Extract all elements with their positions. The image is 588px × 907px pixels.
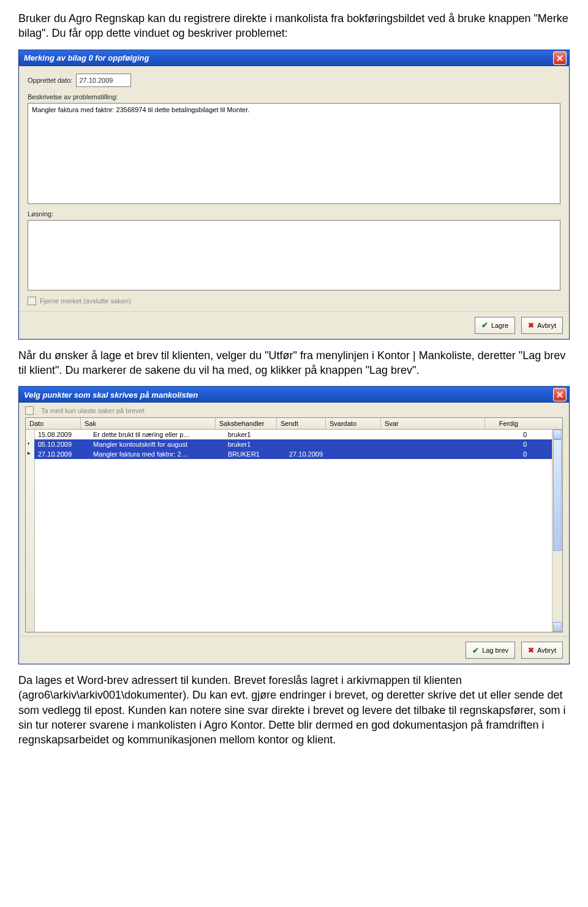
cancel-button[interactable]: ✖ Avbryt xyxy=(521,642,563,659)
grid-header: Dato Sak Saksbehandler Sendt Svardato Sv… xyxy=(26,418,562,430)
cell-svardato xyxy=(334,439,390,449)
unsolved-only-checkbox[interactable] xyxy=(25,406,34,415)
solution-label: Løsning: xyxy=(28,210,560,218)
intro-paragraph-3: Da lages et Word-brev adressert til kund… xyxy=(18,673,570,747)
cell-dato: 27.10.2009 xyxy=(34,449,89,459)
scroll-down-icon[interactable] xyxy=(553,622,562,632)
table-row[interactable]: 05.10.2009Mangler kontoutskrift for augu… xyxy=(34,439,552,449)
window-title: Merking av bilag 0 for oppfølging xyxy=(24,53,149,63)
scroll-up-icon[interactable] xyxy=(553,430,562,439)
description-textarea[interactable]: Mangler faktura med faktnr: 23568974 til… xyxy=(28,103,560,204)
description-label: Beskrivelse av problemstilling: xyxy=(28,93,560,101)
col-svardato[interactable]: Svardato xyxy=(326,418,381,429)
make-letter-label: Lag brev xyxy=(482,647,508,654)
cancel-button[interactable]: ✖ Avbryt xyxy=(521,317,563,334)
x-icon: ✖ xyxy=(528,646,534,655)
scroll-thumb[interactable] xyxy=(553,439,562,551)
grid-indicator-column: • ▸ xyxy=(26,430,35,632)
intro-paragraph-1: Bruker du Agro Regnskap kan du registrer… xyxy=(18,11,570,41)
cell-svardato xyxy=(334,449,390,459)
close-case-checkbox[interactable] xyxy=(28,297,36,305)
cell-saksbehandler: bruker1 xyxy=(224,430,285,439)
cell-svar xyxy=(390,449,494,459)
table-row[interactable]: 15.08.2009Er dette brukt til næring elle… xyxy=(34,430,552,439)
check-icon: ✔ xyxy=(472,646,479,655)
cell-sak: Er dette brukt til næring eller p… xyxy=(89,430,224,439)
cancel-button-label: Avbryt xyxy=(537,647,556,654)
col-saksbehandler[interactable]: Saksbehandler xyxy=(216,418,277,429)
grid-scrollbar[interactable] xyxy=(552,430,562,632)
x-icon: ✖ xyxy=(528,321,534,330)
cell-sendt xyxy=(285,430,334,439)
close-icon xyxy=(557,55,563,61)
case-grid: Dato Sak Saksbehandler Sendt Svardato Sv… xyxy=(25,417,563,632)
cell-ferdig: 0 xyxy=(494,430,530,439)
dialog-velg-punkter: Velg punkter som skal skrives på mankoli… xyxy=(18,386,570,664)
cell-saksbehandler: bruker1 xyxy=(224,439,285,449)
cell-saksbehandler: BRUKER1 xyxy=(224,449,285,459)
solution-textarea[interactable] xyxy=(28,220,560,290)
created-date-field[interactable]: 27.10.2009 xyxy=(76,74,131,87)
close-button[interactable] xyxy=(553,51,567,65)
cell-dato: 05.10.2009 xyxy=(34,439,89,449)
col-ferdig[interactable]: Ferdig xyxy=(485,418,522,429)
intro-paragraph-2: Når du ønsker å lage et brev til kliente… xyxy=(18,348,570,378)
created-date-label: Opprettet dato: xyxy=(28,77,72,84)
titlebar: Merking av bilag 0 for oppfølging xyxy=(19,50,569,66)
cell-svar xyxy=(390,430,494,439)
cancel-button-label: Avbryt xyxy=(537,322,556,329)
close-button[interactable] xyxy=(553,388,567,401)
cell-sendt: 27.10.2009 xyxy=(285,449,334,459)
cell-sak: Mangler faktura med faktnr: 2… xyxy=(89,449,224,459)
cell-svardato xyxy=(334,430,390,439)
cell-sendt xyxy=(285,439,334,449)
dialog-merking-bilag: Merking av bilag 0 for oppfølging Oppret… xyxy=(18,50,570,340)
check-icon: ✔ xyxy=(481,321,488,330)
cell-ferdig: 0 xyxy=(494,439,530,449)
save-button[interactable]: ✔ Lagre xyxy=(475,317,515,334)
close-case-label: Fjerne merket (avslutte saken) xyxy=(40,297,131,305)
col-dato[interactable]: Dato xyxy=(26,418,81,429)
save-button-label: Lagre xyxy=(491,322,508,329)
col-svar[interactable]: Svar xyxy=(381,418,485,429)
close-icon xyxy=(557,392,563,398)
unsolved-only-label: Ta med kun uløste saker på brevet xyxy=(41,407,145,414)
cell-sak: Mangler kontoutskrift for august xyxy=(89,439,224,449)
make-letter-button[interactable]: ✔ Lag brev xyxy=(466,642,515,659)
col-sendt[interactable]: Sendt xyxy=(277,418,326,429)
cell-dato: 15.08.2009 xyxy=(34,430,89,439)
window-title: Velg punkter som skal skrives på mankoli… xyxy=(24,390,198,400)
col-sak[interactable]: Sak xyxy=(81,418,216,429)
table-row[interactable]: 27.10.2009Mangler faktura med faktnr: 2…… xyxy=(34,449,552,459)
cell-ferdig: 0 xyxy=(494,449,530,459)
titlebar: Velg punkter som skal skrives på mankoli… xyxy=(19,387,569,403)
cell-svar xyxy=(390,439,494,449)
